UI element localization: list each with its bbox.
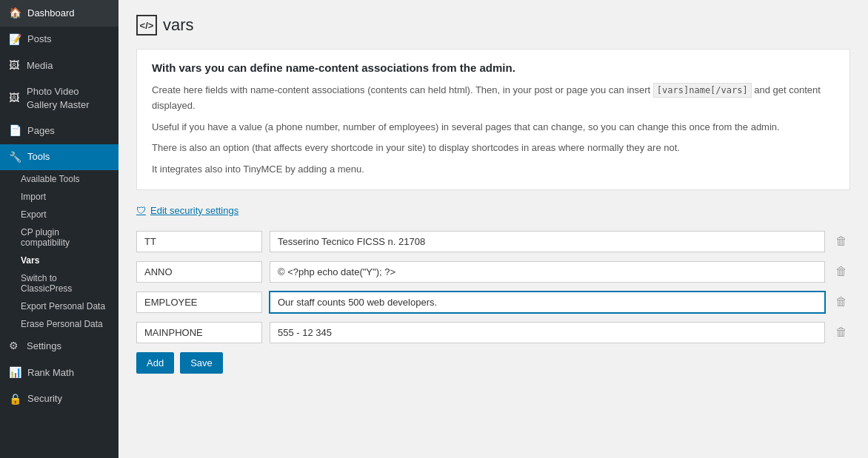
description-para-1: Create here fields with name-content ass… xyxy=(152,83,835,114)
add-button[interactable]: Add xyxy=(136,352,174,374)
settings-icon: ⚙ xyxy=(9,339,21,354)
sidebar-item-posts[interactable]: 📝 Posts xyxy=(0,27,118,53)
shield-icon: 🛡 xyxy=(136,205,146,216)
sub-item-label: CP plugin compatibility xyxy=(21,227,70,248)
sub-item-label: Erase Personal Data xyxy=(21,319,103,329)
sidebar: 🏠 Dashboard 📝 Posts 🖼 Media 🖼 Photo Vide… xyxy=(0,0,118,458)
sidebar-sub-available-tools[interactable]: Available Tools xyxy=(0,170,118,188)
sub-item-label: Import xyxy=(21,192,46,202)
sidebar-item-label: Posts xyxy=(27,33,52,46)
var-name-mainphone[interactable] xyxy=(136,322,262,343)
sidebar-item-label: Dashboard xyxy=(27,7,75,20)
security-link[interactable]: 🛡 Edit security settings xyxy=(136,205,850,216)
var-row-employee: 🗑 xyxy=(136,292,850,313)
media-icon: 🖼 xyxy=(9,58,21,73)
gallery-icon: 🖼 xyxy=(9,91,21,106)
sidebar-sub-cp-plugin[interactable]: CP plugin compatibility xyxy=(0,223,118,252)
sidebar-item-photo-video-gallery[interactable]: 🖼 Photo Video Gallery Master xyxy=(0,79,118,118)
tools-icon: 🔧 xyxy=(9,150,21,165)
sidebar-item-rank-math[interactable]: 📊 Rank Math xyxy=(0,360,118,386)
description-heading: With vars you can define name-content as… xyxy=(152,61,835,74)
sidebar-sub-import[interactable]: Import xyxy=(0,188,118,206)
sidebar-item-label: Media xyxy=(27,59,53,73)
sub-item-label: Export Personal Data xyxy=(21,301,105,311)
page-title: vars xyxy=(163,16,194,35)
pages-icon: 📄 xyxy=(9,124,21,138)
security-link-text: Edit security settings xyxy=(150,205,238,216)
page-header: </> vars xyxy=(136,15,850,36)
sidebar-sub-erase-personal[interactable]: Erase Personal Data xyxy=(0,315,118,333)
sidebar-item-label: Photo Video Gallery Master xyxy=(27,85,110,112)
var-value-employee[interactable] xyxy=(270,292,825,313)
sidebar-item-label: Pages xyxy=(27,124,55,138)
var-name-tt[interactable] xyxy=(136,231,262,252)
delete-employee-button[interactable]: 🗑 xyxy=(832,292,850,311)
sidebar-sub-vars[interactable]: Vars xyxy=(0,252,118,269)
sub-item-label: Available Tools xyxy=(21,174,80,184)
description-para-2: Useful if you have a value (a phone numb… xyxy=(152,120,835,135)
sub-item-label: Switch to ClassicPress xyxy=(21,273,72,294)
posts-icon: 📝 xyxy=(9,33,21,47)
rank-math-icon: 📊 xyxy=(9,366,21,380)
var-row-mainphone: 🗑 xyxy=(136,322,850,343)
var-name-employee[interactable] xyxy=(136,292,262,313)
var-value-tt[interactable] xyxy=(270,231,825,252)
sidebar-item-security[interactable]: 🔒 Security xyxy=(0,386,118,413)
delete-tt-button[interactable]: 🗑 xyxy=(832,232,850,251)
var-value-mainphone[interactable] xyxy=(270,322,825,343)
var-row-tt: 🗑 xyxy=(136,231,850,252)
sidebar-item-label: Rank Math xyxy=(27,366,74,380)
sidebar-item-label: Settings xyxy=(27,340,61,353)
shortcode-example: [vars]name[/vars] xyxy=(653,83,752,98)
description-para-3: There is also an option (that affects ev… xyxy=(152,141,835,156)
delete-mainphone-button[interactable]: 🗑 xyxy=(832,323,850,342)
button-row: Add Save xyxy=(136,352,850,374)
sidebar-item-media[interactable]: 🖼 Media xyxy=(0,53,118,79)
sidebar-item-settings[interactable]: ⚙ Settings xyxy=(0,333,118,360)
var-name-anno[interactable] xyxy=(136,261,262,283)
sub-item-label: Vars xyxy=(21,255,39,266)
sidebar-item-dashboard[interactable]: 🏠 Dashboard xyxy=(0,0,118,27)
sidebar-sub-switch-classicpress[interactable]: Switch to ClassicPress xyxy=(0,269,118,297)
sidebar-item-pages[interactable]: 📄 Pages xyxy=(0,118,118,144)
sub-item-label: Export xyxy=(21,209,47,220)
sidebar-item-tools[interactable]: 🔧 Tools xyxy=(0,144,118,171)
description-para-4: It integrates also into TinyMCE by addin… xyxy=(152,162,835,178)
dashboard-icon: 🏠 xyxy=(9,6,21,21)
security-icon: 🔒 xyxy=(9,392,21,407)
var-value-anno[interactable] xyxy=(270,261,825,283)
sidebar-item-label: Security xyxy=(27,392,62,405)
save-button[interactable]: Save xyxy=(180,352,223,374)
main-content: </> vars With vars you can define name-c… xyxy=(118,0,868,458)
sidebar-item-label: Tools xyxy=(27,150,50,164)
sidebar-sub-export[interactable]: Export xyxy=(0,206,118,223)
sidebar-sub-export-personal[interactable]: Export Personal Data xyxy=(0,297,118,315)
var-row-anno: 🗑 xyxy=(136,261,850,283)
description-box: With vars you can define name-content as… xyxy=(136,49,850,190)
delete-anno-button[interactable]: 🗑 xyxy=(832,262,850,281)
vars-icon: </> xyxy=(136,15,157,36)
